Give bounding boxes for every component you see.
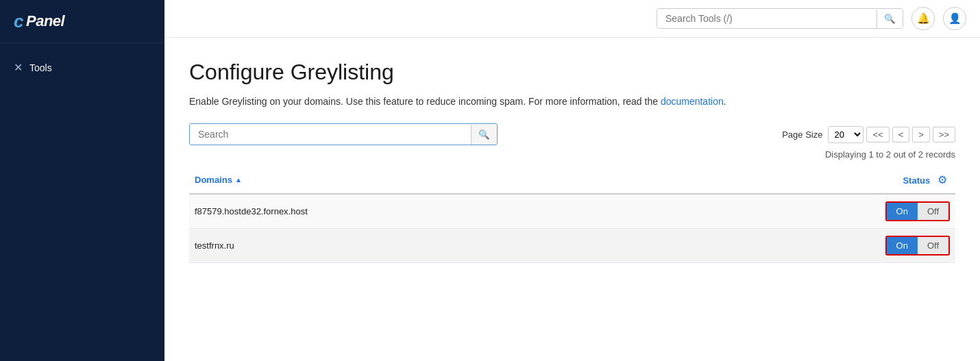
domain-cell: f87579.hostde32.fornex.host — [189, 194, 665, 229]
cpanel-logo-c: c — [14, 12, 23, 30]
page-size-select[interactable]: 20 50 100 — [828, 126, 863, 143]
search-tools-button[interactable]: 🔍 — [877, 10, 903, 28]
search-tools-wrapper: 🔍 — [657, 8, 903, 29]
first-page-button[interactable]: << — [866, 127, 889, 142]
toggle-group: OnOff — [885, 236, 950, 256]
table-row: testfrnx.ruOnOff — [189, 229, 955, 263]
status-cell: OnOff — [665, 229, 955, 263]
desc-post-text: . — [724, 96, 726, 107]
tools-icon: ✕ — [14, 61, 23, 74]
doc-link[interactable]: documentation — [661, 96, 724, 107]
toggle-on-button[interactable]: On — [887, 237, 918, 254]
search-icon: 🔍 — [884, 14, 896, 24]
domain-cell: testfrnx.ru — [189, 229, 665, 263]
desc-pre-text: Enable Greylisting on your domains. Use … — [189, 96, 661, 107]
page-description: Enable Greylisting on your domains. Use … — [189, 96, 955, 107]
main-area: 🔍 🔔 👤 Configure Greylisting Enable Greyl… — [164, 0, 980, 361]
search-input[interactable] — [190, 124, 471, 145]
search-tools-input[interactable] — [657, 9, 877, 28]
topbar: 🔍 🔔 👤 — [164, 0, 980, 38]
search-box-icon: 🔍 — [478, 129, 490, 140]
page-title: Configure Greylisting — [189, 60, 955, 85]
controls-row: 🔍 Page Size 20 50 100 << < > >> — [189, 123, 955, 145]
sidebar-item-tools-label: Tools — [29, 62, 52, 73]
col-domain-label: Domains — [195, 175, 232, 185]
sort-arrow-icon: ▲ — [235, 176, 242, 184]
bell-icon: 🔔 — [917, 12, 930, 25]
next-page-button[interactable]: > — [912, 127, 930, 142]
table-header-row: Domains ▲ Status ⚙ — [189, 166, 955, 194]
toggle-off-button[interactable]: Off — [918, 237, 948, 254]
search-box-wrapper: 🔍 — [189, 123, 498, 145]
page-size-label: Page Size — [782, 129, 822, 140]
sidebar: c Panel ✕ Tools — [0, 0, 164, 361]
col-status-header: Status ⚙ — [665, 166, 955, 194]
status-settings-button[interactable]: ⚙ — [938, 173, 947, 186]
sidebar-nav: ✕ Tools — [0, 43, 164, 92]
domains-table: Domains ▲ Status ⚙ f87579.hostde32.forne… — [189, 166, 955, 263]
table-row: f87579.hostde32.fornex.hostOnOff — [189, 194, 955, 229]
toggle-group: OnOff — [885, 201, 950, 221]
col-domain-header[interactable]: Domains ▲ — [189, 166, 665, 194]
status-cell: OnOff — [665, 194, 955, 229]
cpanel-logo-panel: Panel — [26, 12, 64, 30]
content-area: Configure Greylisting Enable Greylisting… — [164, 38, 980, 361]
user-menu-button[interactable]: 👤 — [943, 7, 966, 30]
prev-page-button[interactable]: < — [892, 127, 910, 142]
toggle-off-button[interactable]: Off — [918, 203, 948, 220]
toggle-on-button[interactable]: On — [887, 203, 918, 220]
col-status-label: Status — [903, 175, 930, 186]
pagination-controls: Page Size 20 50 100 << < > >> — [782, 126, 955, 143]
sidebar-item-tools[interactable]: ✕ Tools — [0, 54, 164, 81]
displaying-text: Displaying 1 to 2 out of 2 records — [189, 149, 955, 160]
sidebar-logo: c Panel — [0, 0, 164, 43]
last-page-button[interactable]: >> — [933, 127, 955, 142]
notifications-button[interactable]: 🔔 — [911, 7, 935, 30]
user-icon: 👤 — [948, 12, 961, 25]
search-button[interactable]: 🔍 — [471, 125, 497, 145]
